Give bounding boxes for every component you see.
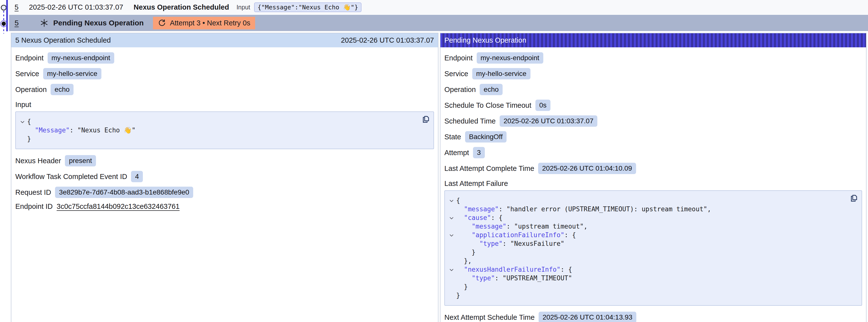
- timeline-accent-bar: [6, 0, 8, 31]
- json-viewer-input_json: { "Message": "Nexus Echo 👋"}: [15, 111, 434, 149]
- field-value-chip: my-hello-service: [43, 68, 101, 79]
- field-value-chip: BackingOff: [465, 131, 506, 142]
- json-line: }: [447, 291, 844, 300]
- json-line: }: [18, 135, 416, 143]
- field-label: Attempt: [444, 149, 469, 157]
- json-gutter: [447, 257, 456, 265]
- pending-detail-panel: Pending Nexus Operation Endpointmy-nexus…: [440, 33, 867, 322]
- json-text: "type": "UPSTREAM_TIMEOUT": [456, 274, 572, 283]
- json-line: "type": "NexusFailure": [447, 239, 844, 248]
- json-text: {: [27, 117, 31, 126]
- field-row-endpoint-id: Endpoint ID3c0c75ccfa8144b092c13ce632463…: [15, 202, 434, 211]
- field-row-nexus-header: Nexus Headerpresent: [15, 155, 434, 166]
- json-viewer-failure_json: { "message": "handler error (UPSTREAM_TI…: [444, 190, 862, 306]
- json-gutter: [447, 283, 456, 291]
- json-text: }: [456, 291, 460, 300]
- field-row-attempt: Attempt3: [444, 147, 862, 158]
- field-row-workflow-task-completed-event-id: Workflow Task Completed Event ID4: [15, 171, 434, 182]
- json-line: "message": "handler error (UPSTREAM_TIME…: [447, 205, 844, 214]
- json-line: "cause": {: [447, 214, 844, 222]
- field-row-scheduled-time: Scheduled Time2025-02-26 UTC 01:03:37.07: [444, 116, 862, 127]
- field-value-chip: my-nexus-endpoint: [477, 52, 543, 64]
- timeline-node-current-icon: [2, 22, 6, 26]
- json-text: "Message": "Nexus Echo 👋": [27, 126, 135, 135]
- copy-icon[interactable]: [421, 115, 430, 124]
- retry-arrow-icon: [158, 19, 166, 27]
- asterisk-icon: [40, 19, 49, 27]
- event-detail-title: 5 Nexus Operation Scheduled: [15, 36, 111, 44]
- json-line: }: [447, 248, 844, 257]
- field-value-chip: 2025-02-26 UTC 01:04:13.93: [538, 312, 636, 322]
- json-line: "Message": "Nexus Echo 👋": [18, 126, 416, 135]
- field-value-chip: present: [65, 155, 96, 166]
- event-detail-panel: 5 Nexus Operation Scheduled 2025-02-26 U…: [11, 33, 438, 322]
- json-line: "applicationFailureInfo": {: [447, 231, 844, 239]
- endpoint-id-link[interactable]: 3c0c75ccfa8144b092c13ce632463761: [57, 202, 180, 211]
- json-line: "nexusHandlerFailureInfo": {: [447, 265, 844, 274]
- field-value-chip: echo: [479, 84, 503, 95]
- field-label: Input: [15, 100, 430, 109]
- event-id-link[interactable]: 5: [14, 3, 19, 11]
- field-label: Operation: [15, 86, 46, 94]
- field-row-input: Input{ "Message": "Nexus Echo 👋"}: [15, 100, 434, 149]
- event-timestamp: 2025-02-26 UTC 01:03:37.07: [29, 3, 123, 11]
- field-row-last-attempt-complete-time: Last Attempt Complete Time2025-02-26 UTC…: [444, 163, 862, 174]
- field-value-chip: echo: [51, 84, 73, 95]
- json-text: "applicationFailureInfo": {: [456, 231, 576, 239]
- field-row-operation: Operationecho: [15, 84, 434, 95]
- json-text: "message": "handler error (UPSTREAM_TIME…: [456, 205, 711, 214]
- field-row-service: Servicemy-hello-service: [15, 68, 434, 79]
- copy-icon[interactable]: [849, 194, 858, 203]
- chevron-down-icon[interactable]: [447, 231, 456, 239]
- field-row-service: Servicemy-hello-service: [444, 68, 862, 79]
- field-row-state: StateBackingOff: [444, 131, 862, 142]
- event-row-nexus-operation-scheduled[interactable]: 5 2025-02-26 UTC 01:03:37.07 Nexus Opera…: [9, 0, 868, 14]
- json-line: {: [447, 196, 844, 205]
- json-text: }: [456, 248, 475, 257]
- chevron-down-icon[interactable]: [447, 196, 456, 205]
- timeline-node-open-icon: [1, 5, 6, 10]
- event-detail-body: Endpointmy-nexus-endpointServicemy-hello…: [11, 47, 438, 220]
- field-row-endpoint: Endpointmy-nexus-endpoint: [15, 52, 434, 64]
- json-text: "cause": {: [456, 214, 503, 222]
- field-value-chip: 0s: [535, 100, 551, 111]
- json-text: "type": "NexusFailure": [456, 239, 564, 248]
- event-title: Nexus Operation Scheduled: [134, 3, 229, 11]
- field-row-request-id: Request ID3e829b7e-7d67-4b08-aad3-b1e868…: [15, 187, 434, 198]
- json-line: },: [447, 257, 844, 265]
- json-gutter: [447, 205, 456, 214]
- json-text: "message": "upstream timeout",: [456, 222, 587, 231]
- field-value-chip: 2025-02-26 UTC 01:03:37.07: [500, 116, 597, 127]
- field-label: Operation: [444, 86, 476, 94]
- pending-id-link[interactable]: 5: [14, 19, 19, 27]
- field-row-next-attempt-schedule-time: Next Attempt Schedule Time2025-02-26 UTC…: [444, 312, 862, 322]
- field-label: Nexus Header: [15, 157, 61, 165]
- json-text: }: [27, 135, 31, 143]
- field-label: Next Attempt Schedule Time: [444, 313, 535, 322]
- pending-nexus-operation-row[interactable]: 5 Pending Nexus Operation Attempt 3 • Ne…: [9, 15, 868, 31]
- field-row-last-attempt-failure: Last Attempt Failure{ "message": "handle…: [444, 179, 862, 306]
- field-value-chip: my-hello-service: [472, 68, 530, 79]
- json-line: {: [18, 117, 416, 126]
- chevron-down-icon[interactable]: [447, 214, 456, 222]
- field-label: Scheduled Time: [444, 117, 496, 125]
- json-gutter: [447, 239, 456, 248]
- chevron-down-icon[interactable]: [18, 117, 27, 126]
- retry-badge-label: Attempt 3 • Next Retry 0s: [170, 19, 250, 27]
- json-line: "type": "UPSTREAM_TIMEOUT": [447, 274, 844, 283]
- field-value-chip: 3: [473, 147, 485, 158]
- pending-title: Pending Nexus Operation: [53, 19, 144, 27]
- json-line: }: [447, 283, 844, 291]
- field-label: Endpoint: [15, 54, 44, 62]
- event-history-page: 5 2025-02-26 UTC 01:03:37.07 Nexus Opera…: [0, 0, 868, 322]
- field-label: Last Attempt Complete Time: [444, 164, 534, 172]
- field-label: Schedule To Close Timeout: [444, 101, 531, 109]
- field-label: Service: [15, 70, 39, 78]
- field-label: Last Attempt Failure: [444, 179, 858, 188]
- chevron-down-icon[interactable]: [447, 265, 456, 274]
- field-value-chip: my-nexus-endpoint: [48, 52, 114, 64]
- field-value-chip: 2025-02-26 UTC 01:04:10.09: [538, 163, 636, 174]
- field-row-operation: Operationecho: [444, 84, 862, 95]
- json-gutter: [447, 222, 456, 231]
- json-text: "nexusHandlerFailureInfo": {: [456, 265, 572, 274]
